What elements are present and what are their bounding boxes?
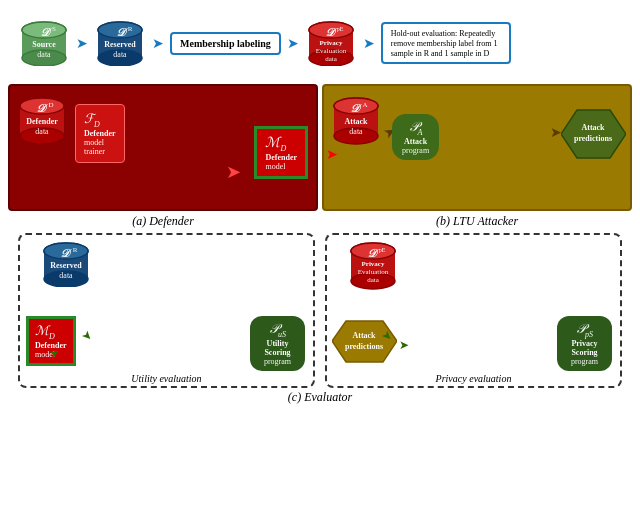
utility-scoring-program: 𝒫uS Utility Scoring program — [250, 316, 305, 371]
top-row: 𝒟 S Source data ➤ 𝒟 R Reserved data ➤ — [8, 8, 632, 78]
svg-text:Evaluation: Evaluation — [358, 268, 389, 276]
svg-text:S: S — [52, 25, 56, 33]
defender-data-cylinder: 𝒟 D Defender data — [16, 96, 68, 148]
svg-text:pE: pE — [379, 247, 386, 253]
privacy-arrow2: ➤ — [399, 338, 409, 353]
svg-text:data: data — [325, 55, 338, 63]
middle-row: 𝒟 D Defender data ℱD Defender model trai… — [8, 84, 632, 229]
privacy-scoring-program: 𝒫pS Privacy Scoring program — [557, 316, 612, 371]
privacy-eval-cylinder-bottom: 𝒟 pE Privacy Evaluation data — [347, 241, 399, 293]
bottom-section: 𝒟 R Reserved data ℳD Defender model ➤ ➤ — [8, 233, 632, 405]
svg-text:data: data — [35, 127, 49, 136]
svg-text:R: R — [73, 246, 78, 254]
defender-model-box: ℳD Defender model — [254, 126, 308, 179]
attack-predictions-hex: Attack predictions — [561, 108, 626, 162]
utility-arrow1: ➤ — [78, 328, 96, 346]
source-cylinder: 𝒟 S Source data — [18, 20, 70, 66]
svg-text:predictions: predictions — [345, 342, 383, 351]
svg-text:Defender: Defender — [26, 117, 58, 126]
utility-model-box: ℳD Defender model — [26, 316, 76, 366]
svg-text:Privacy: Privacy — [362, 260, 385, 268]
svg-text:Attack: Attack — [352, 331, 376, 340]
holdout-box: Hold-out evaluation: Repeatedly remove m… — [381, 22, 511, 64]
arrow-labeling-to-privacy: ➤ — [287, 35, 299, 52]
utility-eval-box: 𝒟 R Reserved data ℳD Defender model ➤ ➤ — [18, 233, 315, 388]
main-container: 𝒟 S Source data ➤ 𝒟 R Reserved data ➤ — [0, 0, 640, 520]
evaluator-row: 𝒟 R Reserved data ℳD Defender model ➤ ➤ — [8, 233, 632, 388]
arrow-trainer-to-model: ➤ — [226, 161, 241, 183]
svg-text:Privacy: Privacy — [319, 39, 342, 47]
attack-program: 𝒫A Attack program — [392, 114, 439, 160]
svg-text:Evaluation: Evaluation — [316, 47, 347, 55]
svg-text:data: data — [59, 271, 73, 280]
arrow-source-to-reserved: ➤ — [76, 35, 88, 52]
arrow-to-holdout: ➤ — [363, 35, 375, 52]
trainer-box: ℱD Defender model trainer — [75, 104, 125, 163]
attacker-caption: (b) LTU Attacker — [322, 214, 632, 229]
svg-text:R: R — [128, 25, 133, 33]
svg-text:Attack: Attack — [344, 117, 368, 126]
defender-panel: 𝒟 D Defender data ℱD Defender model trai… — [8, 84, 318, 229]
privacy-eval-box: 𝒟 pE Privacy Evaluation data Attack pred… — [325, 233, 622, 388]
evaluator-caption: (c) Evaluator — [8, 390, 632, 405]
svg-text:Reserved: Reserved — [50, 261, 82, 270]
svg-text:data: data — [113, 50, 127, 59]
arrow-model-to-attacker: ➤ — [326, 146, 338, 163]
svg-text:pE: pE — [337, 26, 344, 32]
attacker-panel: 𝒟 A Attack data ➤ ➤ 𝒫A Attack program — [322, 84, 632, 229]
svg-text:data: data — [367, 276, 380, 284]
utility-label: Utility evaluation — [20, 373, 313, 384]
utility-reserved-cylinder: 𝒟 R Reserved data — [40, 241, 92, 289]
arrow-reserved-to-labeling: ➤ — [152, 35, 164, 52]
membership-labeling-box: Membership labeling — [170, 32, 281, 55]
defender-box: 𝒟 D Defender data ℱD Defender model trai… — [8, 84, 318, 211]
svg-text:data: data — [349, 127, 363, 136]
holdout-text: Hold-out evaluation: Repeatedly remove m… — [391, 29, 498, 58]
defender-caption: (a) Defender — [8, 214, 318, 229]
privacy-label: Privacy evaluation — [327, 373, 620, 384]
reserved-cylinder-top: 𝒟 R Reserved data — [94, 20, 146, 66]
svg-text:Reserved: Reserved — [104, 40, 136, 49]
attacker-box: 𝒟 A Attack data ➤ ➤ 𝒫A Attack program — [322, 84, 632, 211]
svg-text:Source: Source — [32, 40, 56, 49]
attack-data-cylinder: 𝒟 A Attack data — [330, 96, 382, 148]
privacy-eval-cylinder-top: 𝒟 pE Privacy Evaluation data — [305, 20, 357, 66]
svg-text:predictions: predictions — [574, 134, 612, 143]
svg-text:Attack: Attack — [581, 123, 605, 132]
membership-labeling-text: Membership labeling — [180, 38, 271, 49]
svg-text:A: A — [362, 101, 367, 109]
svg-text:data: data — [37, 50, 51, 59]
svg-text:D: D — [48, 101, 53, 109]
